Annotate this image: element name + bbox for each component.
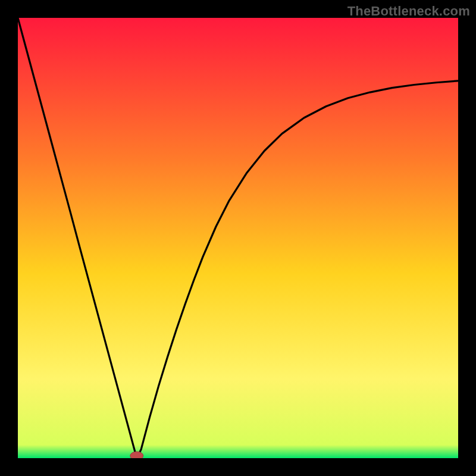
minimum-marker (130, 452, 143, 458)
watermark-text: TheBottleneck.com (347, 4, 470, 19)
chart-frame: TheBottleneck.com (0, 0, 476, 476)
plot-area (18, 18, 458, 458)
gradient-background (18, 18, 458, 458)
plot-svg (18, 18, 458, 458)
